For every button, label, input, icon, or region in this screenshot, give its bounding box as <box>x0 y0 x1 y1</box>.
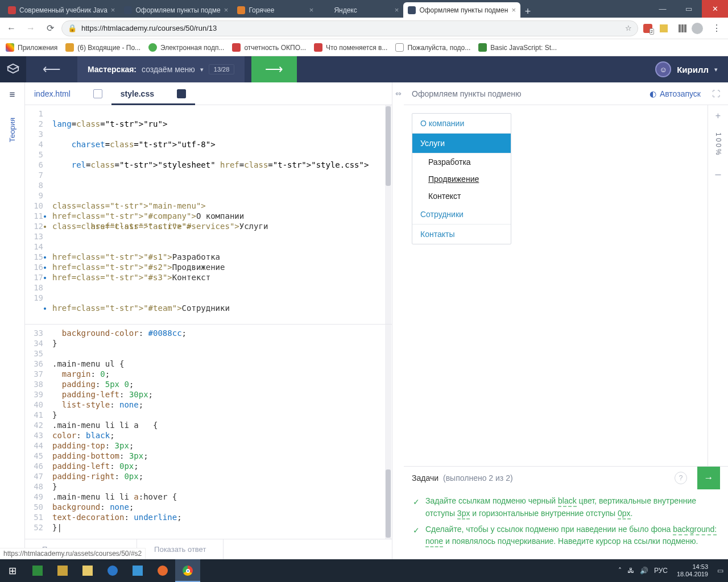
bookmark-star-icon[interactable]: ☆ <box>625 24 632 32</box>
workspace: ≡ Теория index.html style.css HTML 12345… <box>0 82 728 559</box>
submenu: Разработка Продвижение Контекст <box>412 153 511 205</box>
preview-menu: О компании Услуги Разработка Продвижение… <box>412 113 511 244</box>
menu-item[interactable]: Контакты <box>412 225 511 244</box>
tasks-next-button[interactable]: → <box>697 467 720 489</box>
tasks-panel: Задачи (выполнено 2 из 2) ? → ✓Задайте с… <box>404 466 728 559</box>
taskbar-app[interactable] <box>100 559 125 582</box>
apps-button[interactable]: Приложения <box>6 43 57 52</box>
browser-tab[interactable]: Оформляем пункты подме× <box>119 2 233 18</box>
taskbar-app[interactable] <box>50 559 75 582</box>
bookmark-item[interactable]: Электронная подп... <box>148 43 224 52</box>
submenu-item[interactable]: Разработка <box>412 153 511 171</box>
submenu-item-hover[interactable]: Продвижение <box>412 171 511 188</box>
browser-tab-active[interactable]: Оформляем пункты подмен× <box>403 2 520 18</box>
browser-tab[interactable]: Современный учебник Java× <box>3 2 119 18</box>
clock[interactable]: 14:5318.04.2019 <box>673 563 712 577</box>
app-logo-icon[interactable] <box>0 56 26 82</box>
system-tray: ˄ 🖧 🔊 РУС 14:5318.04.2019 ▭ <box>618 563 728 577</box>
profile-button[interactable] <box>689 20 705 36</box>
taskbar-app-chrome[interactable] <box>175 559 200 582</box>
zoom-in-button[interactable]: + <box>715 111 721 121</box>
taskbar-app[interactable] <box>25 559 50 582</box>
file-tab-html[interactable]: index.html <box>25 82 111 105</box>
theory-tab[interactable]: Теория <box>8 118 16 142</box>
back-button[interactable]: ← <box>3 20 19 36</box>
close-icon[interactable]: × <box>309 6 314 14</box>
app-back-button[interactable]: ⟵ <box>26 62 77 77</box>
tasks-header: Задачи (выполнено 2 из 2) ? → <box>404 467 728 489</box>
bookmark-item[interactable]: (6) Входящие - По... <box>65 43 140 52</box>
menu-item[interactable]: О компании <box>412 114 511 134</box>
scrollbar[interactable] <box>385 325 391 539</box>
user-menu[interactable]: ☺ Кирилл ▾ <box>645 61 728 77</box>
close-icon[interactable]: × <box>111 6 115 14</box>
layout-icon <box>93 89 102 98</box>
windows-taskbar: ⊞ ˄ 🖧 🔊 РУС 14:5318.04.2019 ▭ <box>0 559 728 582</box>
submenu-item[interactable]: Контекст <box>412 188 511 205</box>
new-tab-button[interactable]: + <box>520 6 535 18</box>
network-icon[interactable]: 🖧 <box>627 567 634 575</box>
bookmark-item[interactable]: Что поменяется в... <box>314 43 387 52</box>
check-icon: ✓ <box>413 523 420 548</box>
scrollbar[interactable] <box>385 105 391 324</box>
close-icon[interactable]: × <box>224 6 229 14</box>
course-title[interactable]: Мастерская:создаём меню▾ 13/28 <box>77 56 245 82</box>
menu-item[interactable]: Сотрудники <box>412 205 511 225</box>
reload-button[interactable]: ⟳ <box>42 20 58 36</box>
preview-header: Оформляем пункты подменю ◐Автозапуск ⛶ <box>404 82 728 105</box>
browser-toolbar: ← → ⟳ 🔒 https://htmlacademy.ru/courses/5… <box>0 18 728 39</box>
chevron-down-icon: ▾ <box>714 66 718 73</box>
preview-sidebar: + 100% – <box>708 105 728 466</box>
css-editor-pane[interactable]: CSS ↑ 3334353637383940414243444546474849… <box>25 325 392 539</box>
autorun-icon: ◐ <box>650 89 656 98</box>
extension-icon[interactable]: 2 <box>642 22 654 35</box>
bookmark-item[interactable]: отчетность ОКПО... <box>232 43 306 52</box>
bookmark-item[interactable]: Пожалуйста, подо... <box>395 43 470 52</box>
browser-menu-button[interactable]: ⋮ <box>709 20 725 36</box>
fullscreen-icon[interactable]: ⛶ <box>712 89 720 98</box>
start-button[interactable]: ⊞ <box>0 559 25 582</box>
menu-item-active[interactable]: Услуги <box>412 134 511 153</box>
taskbar-app[interactable] <box>150 559 175 582</box>
show-answer-button[interactable]: Показать ответ <box>137 539 224 559</box>
window-controls: ― ▭ ✕ <box>650 0 728 18</box>
zoom-out-button[interactable]: – <box>715 168 721 180</box>
url-text: https://htmlacademy.ru/courses/50/run/13 <box>81 24 621 32</box>
check-icon: ✓ <box>413 495 420 519</box>
tray-chevron-icon[interactable]: ˄ <box>618 567 622 575</box>
file-tabs: index.html style.css <box>25 82 392 105</box>
close-icon[interactable]: × <box>511 6 516 14</box>
preview-title: Оформляем пункты подменю <box>412 89 522 98</box>
minimize-button[interactable]: ― <box>650 0 676 18</box>
close-window-button[interactable]: ✕ <box>702 0 728 18</box>
preview-viewport[interactable]: О компании Услуги Разработка Продвижение… <box>404 105 708 466</box>
taskbar-app[interactable] <box>125 559 150 582</box>
browser-tab[interactable]: Горячее× <box>233 2 318 18</box>
language-indicator[interactable]: РУС <box>654 567 668 575</box>
editor-column: index.html style.css HTML 12345678910111… <box>25 82 392 559</box>
taskbar-app[interactable] <box>75 559 100 582</box>
browser-titlebar: Современный учебник Java× Оформляем пунк… <box>0 0 728 18</box>
bookmark-item[interactable]: Basic JavaScript: St... <box>478 43 557 52</box>
maximize-button[interactable]: ▭ <box>676 0 702 18</box>
task-item: ✓Сделайте, чтобы у ссылок подменю при на… <box>413 523 719 548</box>
volume-icon[interactable]: 🔊 <box>640 567 648 575</box>
address-bar[interactable]: 🔒 https://htmlacademy.ru/courses/50/run/… <box>61 20 638 36</box>
html-editor-pane[interactable]: HTML 12345678910111213141516171819 lang=… <box>25 105 392 325</box>
extension-icon[interactable] <box>673 22 686 35</box>
help-icon[interactable]: ? <box>675 472 687 484</box>
preview-column: Оформляем пункты подменю ◐Автозапуск ⛶ О… <box>404 82 728 559</box>
action-center-icon[interactable]: ▭ <box>717 567 723 575</box>
file-tab-css[interactable]: style.css <box>111 82 195 105</box>
app-header: ⟵ Мастерская:создаём меню▾ 13/28 ⟶ ☺ Кир… <box>0 56 728 82</box>
autorun-toggle[interactable]: ◐Автозапуск <box>650 89 701 98</box>
bookmarks-bar: Приложения (6) Входящие - По... Электрон… <box>0 39 728 56</box>
browser-tab[interactable]: Яндекс× <box>318 2 403 18</box>
chevron-down-icon: ▾ <box>200 66 204 73</box>
close-icon[interactable]: × <box>395 6 399 14</box>
extension-icon[interactable] <box>657 22 670 35</box>
app-next-button[interactable]: ⟶ <box>251 56 297 82</box>
pane-resize-handle[interactable]: ⇔ <box>392 82 404 559</box>
forward-button[interactable]: → <box>23 20 39 36</box>
burger-icon[interactable]: ≡ <box>10 89 15 101</box>
